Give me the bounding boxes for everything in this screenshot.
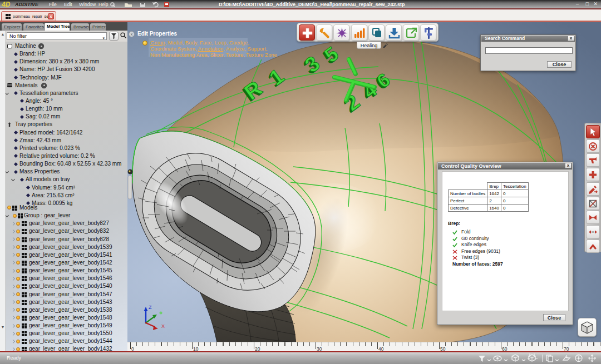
svg-text:X: X	[161, 323, 165, 329]
svg-text:Z: Z	[149, 305, 152, 310]
